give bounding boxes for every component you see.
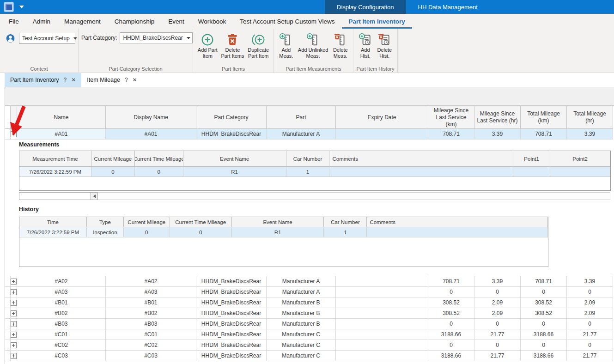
table-row-c01[interactable]: #C01 #C01 HHDM_BrakeDiscsRear Manufactur…	[5, 329, 613, 340]
contextual-tab-hh-data-management[interactable]: HH Data Management	[406, 0, 490, 14]
m-col-event-name[interactable]: Event Name	[183, 151, 286, 167]
add-history-button[interactable]: AddHist.	[358, 32, 373, 64]
h-col-time[interactable]: Time	[19, 217, 87, 227]
history-section-title: History	[19, 206, 39, 212]
h-col-event-name[interactable]: Event Name	[232, 217, 324, 227]
expand-row-icon[interactable]	[11, 289, 17, 295]
cell-expiry-date	[336, 287, 428, 297]
delete-history-button[interactable]: DeleteHist.	[376, 32, 393, 64]
collapse-row-icon[interactable]	[11, 131, 17, 137]
cell-total-hr: 0	[567, 319, 613, 329]
h-col-type[interactable]: Type	[87, 217, 124, 227]
column-header-part[interactable]: Part	[267, 106, 336, 129]
part-category-combo[interactable]: HHDM_BrakeDiscsRear	[120, 32, 193, 43]
cell-total-km: 3188.66	[521, 351, 567, 361]
table-row-c03[interactable]: #C03 #C03 HHDM_BrakeDiscsRear Manufactur…	[5, 351, 613, 361]
column-header-total-km[interactable]: Total Mileage (km)	[521, 106, 567, 129]
duplicate-add-circle-icon	[251, 33, 265, 46]
horizontal-scrollbar-track[interactable]	[98, 192, 610, 200]
expand-row-icon[interactable]	[11, 300, 17, 306]
column-header-mileage-since-km[interactable]: Mileage Since Last Service (km)	[428, 106, 474, 129]
cell-total-hr: 0	[567, 340, 613, 350]
context-combo[interactable]: Test Account Setup	[19, 33, 75, 44]
tab-close-icon[interactable]: ✕	[133, 77, 137, 83]
table-row-b01[interactable]: #B01 #B01 HHDM_BrakeDiscsRear Manufactur…	[5, 297, 613, 308]
column-header-expiry-date[interactable]: Expiry Date	[336, 106, 428, 129]
expand-row-icon[interactable]	[11, 321, 17, 327]
h-cell-car-number: 1	[324, 227, 367, 237]
expand-row-icon[interactable]	[11, 332, 17, 338]
tab-workbook[interactable]: Workbook	[191, 14, 233, 29]
cell-part-category: HHDM_BrakeDiscsRear	[196, 340, 267, 350]
tab-test-account-setup-custom-views[interactable]: Test Account Setup Custom Views	[233, 14, 341, 29]
tab-management[interactable]: Management	[57, 14, 108, 29]
m-col-car-number[interactable]: Car Number	[286, 151, 330, 167]
cell-part: Manufacturer B	[267, 319, 336, 329]
add-part-item-button[interactable]: Add PartItem	[196, 32, 219, 64]
table-row-c02[interactable]: #C02 #C02 HHDM_BrakeDiscsRear Manufactur…	[5, 340, 613, 351]
cell-part-category: HHDM_BrakeDiscsRear	[196, 351, 267, 361]
scroll-left-arrow-icon[interactable]	[91, 192, 98, 200]
cell-mileage-since-hr: 3.39	[474, 276, 521, 286]
delete-measurement-button[interactable]: DeleteMeas.	[332, 32, 349, 64]
table-row-a02[interactable]: #A02 #A02 HHDM_BrakeDiscsRear Manufactur…	[5, 276, 613, 287]
document-tab-strip: Part Item Inventory ? ✕ Item Mileage ? ✕	[0, 73, 614, 87]
cell-total-hr: 3.39	[567, 129, 613, 139]
measurements-data-row[interactable]: 7/26/2022 3:22:59 PM 0 0 R1 1	[19, 167, 610, 177]
h-col-car-number[interactable]: Car Number	[324, 217, 367, 227]
column-header-total-hr[interactable]: Total Mileage (hr)	[567, 106, 613, 129]
tab-championship[interactable]: Championship	[108, 14, 161, 29]
app-icon[interactable]	[4, 2, 14, 12]
expand-row-icon[interactable]	[11, 353, 17, 359]
contextual-tab-display-configuration[interactable]: Display Configuration	[325, 0, 406, 14]
m-col-point2[interactable]: Point2	[550, 151, 610, 167]
doctab-item-mileage[interactable]: Item Mileage ? ✕	[81, 73, 142, 87]
cell-mileage-since-hr: 21.77	[474, 351, 521, 361]
delete-part-items-button[interactable]: DeletePart Items	[219, 32, 245, 64]
table-row-b03[interactable]: #B03 #B03 HHDM_BrakeDiscsRear Manufactur…	[5, 319, 613, 329]
ribbon-group-context: Test Account Setup Context	[0, 29, 79, 73]
m-col-current-mileage[interactable]: Current Mileage	[91, 151, 135, 167]
column-header-mileage-since-hr[interactable]: Mileage Since Last Service (hr)	[474, 106, 521, 129]
group-label-context: Context	[0, 66, 78, 72]
h-col-current-mileage[interactable]: Current Mileage	[124, 217, 170, 227]
column-header-name[interactable]: Name	[17, 106, 106, 129]
m-col-measurement-time[interactable]: Measurement Time	[19, 151, 91, 167]
tab-admin[interactable]: Admin	[26, 14, 57, 29]
expand-row-icon[interactable]	[11, 310, 17, 316]
m-cell-car-number: 1	[286, 167, 330, 176]
cell-mileage-since-hr: 21.77	[474, 329, 521, 340]
column-header-display-name[interactable]: Display Name	[106, 106, 196, 129]
tab-event[interactable]: Event	[161, 14, 191, 29]
h-col-current-time-mileage[interactable]: Current Time Mileage	[170, 217, 232, 227]
tab-close-icon[interactable]: ✕	[71, 77, 76, 83]
ribbon-group-part-items: Add PartItem DeletePart Items DuplicateP…	[193, 29, 274, 73]
tab-help-icon[interactable]: ?	[64, 77, 67, 83]
m-col-point1[interactable]: Point1	[513, 151, 550, 167]
table-row-b02[interactable]: #B02 #B02 HHDM_BrakeDiscsRear Manufactur…	[5, 308, 613, 319]
table-row-a01[interactable]: #A01 #A01 HHDM_BrakeDiscsRear Manufactur…	[5, 129, 613, 140]
cell-part: Manufacturer C	[267, 351, 336, 361]
m-col-comments[interactable]: Comments	[329, 151, 513, 167]
add-measurement-button[interactable]: AddMeas.	[278, 32, 294, 64]
column-header-part-category[interactable]: Part Category	[196, 106, 267, 129]
m-col-current-time-mileage[interactable]: Current Time Mileage	[135, 151, 183, 167]
history-data-row[interactable]: 7/26/2022 3:22:59 PM Inspection 0 0 R1 1	[19, 227, 548, 237]
expand-row-icon[interactable]	[11, 279, 17, 285]
table-row-a03[interactable]: #A03 #A03 HHDM_BrakeDiscsRear Manufactur…	[5, 287, 613, 297]
cell-total-hr: 2.09	[567, 308, 613, 318]
quick-access-chevron-icon[interactable]	[19, 6, 24, 8]
group-by-area[interactable]	[5, 87, 614, 106]
duplicate-part-item-button[interactable]: DuplicatePart Item	[246, 32, 270, 64]
row-indicator-header	[5, 106, 11, 129]
cell-part: Manufacturer B	[267, 297, 336, 308]
add-unlinked-measurement-button[interactable]: Add UnlinkedMeas.	[297, 32, 329, 64]
tab-file[interactable]: File	[2, 14, 26, 29]
doctab-part-item-inventory[interactable]: Part Item Inventory ? ✕	[5, 73, 81, 87]
tab-part-item-inventory[interactable]: Part Item Inventory	[342, 14, 412, 29]
app-logo-icon	[6, 4, 12, 10]
m-cell-comments	[329, 167, 513, 176]
tab-help-icon[interactable]: ?	[125, 77, 128, 83]
h-col-comments[interactable]: Comments	[367, 217, 548, 227]
expand-row-icon[interactable]	[11, 342, 17, 348]
